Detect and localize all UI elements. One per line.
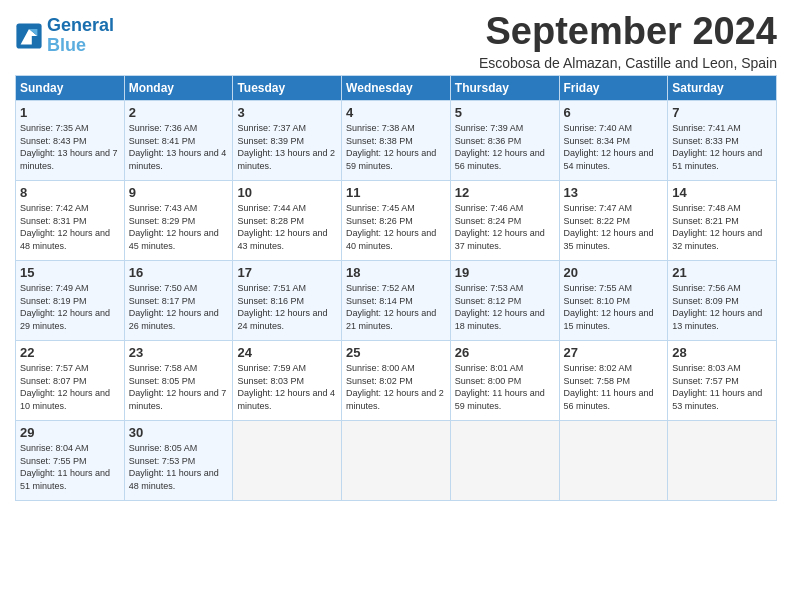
calendar-cell-day-15: 15Sunrise: 7:49 AMSunset: 8:19 PMDayligh… [16, 261, 125, 341]
day-number: 22 [20, 345, 120, 360]
day-number: 15 [20, 265, 120, 280]
cell-info: Sunrise: 7:41 AMSunset: 8:33 PMDaylight:… [672, 123, 762, 171]
day-number: 9 [129, 185, 229, 200]
cell-info: Sunrise: 7:48 AMSunset: 8:21 PMDaylight:… [672, 203, 762, 251]
day-number: 20 [564, 265, 664, 280]
col-header-monday: Monday [124, 76, 233, 101]
empty-cell [450, 421, 559, 501]
day-number: 28 [672, 345, 772, 360]
cell-info: Sunrise: 7:49 AMSunset: 8:19 PMDaylight:… [20, 283, 110, 331]
calendar-cell-day-5: 5Sunrise: 7:39 AMSunset: 8:36 PMDaylight… [450, 101, 559, 181]
calendar-cell-day-16: 16Sunrise: 7:50 AMSunset: 8:17 PMDayligh… [124, 261, 233, 341]
day-number: 24 [237, 345, 337, 360]
calendar-cell-day-20: 20Sunrise: 7:55 AMSunset: 8:10 PMDayligh… [559, 261, 668, 341]
day-number: 29 [20, 425, 120, 440]
calendar-cell-day-4: 4Sunrise: 7:38 AMSunset: 8:38 PMDaylight… [342, 101, 451, 181]
day-number: 8 [20, 185, 120, 200]
day-number: 25 [346, 345, 446, 360]
calendar-cell-day-19: 19Sunrise: 7:53 AMSunset: 8:12 PMDayligh… [450, 261, 559, 341]
calendar-cell-day-3: 3Sunrise: 7:37 AMSunset: 8:39 PMDaylight… [233, 101, 342, 181]
calendar-cell-day-11: 11Sunrise: 7:45 AMSunset: 8:26 PMDayligh… [342, 181, 451, 261]
cell-info: Sunrise: 7:51 AMSunset: 8:16 PMDaylight:… [237, 283, 327, 331]
cell-info: Sunrise: 8:01 AMSunset: 8:00 PMDaylight:… [455, 363, 545, 411]
cell-info: Sunrise: 7:58 AMSunset: 8:05 PMDaylight:… [129, 363, 227, 411]
cell-info: Sunrise: 7:37 AMSunset: 8:39 PMDaylight:… [237, 123, 335, 171]
calendar-cell-day-8: 8Sunrise: 7:42 AMSunset: 8:31 PMDaylight… [16, 181, 125, 261]
cell-info: Sunrise: 8:03 AMSunset: 7:57 PMDaylight:… [672, 363, 762, 411]
cell-info: Sunrise: 7:36 AMSunset: 8:41 PMDaylight:… [129, 123, 227, 171]
day-number: 11 [346, 185, 446, 200]
calendar-cell-day-26: 26Sunrise: 8:01 AMSunset: 8:00 PMDayligh… [450, 341, 559, 421]
day-number: 3 [237, 105, 337, 120]
day-number: 5 [455, 105, 555, 120]
cell-info: Sunrise: 7:47 AMSunset: 8:22 PMDaylight:… [564, 203, 654, 251]
day-number: 17 [237, 265, 337, 280]
cell-info: Sunrise: 7:55 AMSunset: 8:10 PMDaylight:… [564, 283, 654, 331]
calendar-cell-day-24: 24Sunrise: 7:59 AMSunset: 8:03 PMDayligh… [233, 341, 342, 421]
calendar-cell-day-13: 13Sunrise: 7:47 AMSunset: 8:22 PMDayligh… [559, 181, 668, 261]
day-number: 13 [564, 185, 664, 200]
calendar-cell-day-10: 10Sunrise: 7:44 AMSunset: 8:28 PMDayligh… [233, 181, 342, 261]
calendar-cell-day-22: 22Sunrise: 7:57 AMSunset: 8:07 PMDayligh… [16, 341, 125, 421]
day-number: 18 [346, 265, 446, 280]
cell-info: Sunrise: 7:42 AMSunset: 8:31 PMDaylight:… [20, 203, 110, 251]
day-number: 10 [237, 185, 337, 200]
cell-info: Sunrise: 8:00 AMSunset: 8:02 PMDaylight:… [346, 363, 444, 411]
col-header-saturday: Saturday [668, 76, 777, 101]
empty-cell [342, 421, 451, 501]
cell-info: Sunrise: 8:04 AMSunset: 7:55 PMDaylight:… [20, 443, 110, 491]
cell-info: Sunrise: 7:38 AMSunset: 8:38 PMDaylight:… [346, 123, 436, 171]
calendar-cell-day-9: 9Sunrise: 7:43 AMSunset: 8:29 PMDaylight… [124, 181, 233, 261]
cell-info: Sunrise: 7:43 AMSunset: 8:29 PMDaylight:… [129, 203, 219, 251]
cell-info: Sunrise: 8:05 AMSunset: 7:53 PMDaylight:… [129, 443, 219, 491]
day-number: 12 [455, 185, 555, 200]
col-header-thursday: Thursday [450, 76, 559, 101]
day-number: 1 [20, 105, 120, 120]
cell-info: Sunrise: 7:44 AMSunset: 8:28 PMDaylight:… [237, 203, 327, 251]
day-number: 4 [346, 105, 446, 120]
location: Escobosa de Almazan, Castille and Leon, … [479, 55, 777, 71]
calendar-cell-day-14: 14Sunrise: 7:48 AMSunset: 8:21 PMDayligh… [668, 181, 777, 261]
month-title: September 2024 [479, 10, 777, 53]
day-number: 2 [129, 105, 229, 120]
day-number: 26 [455, 345, 555, 360]
day-number: 30 [129, 425, 229, 440]
cell-info: Sunrise: 7:52 AMSunset: 8:14 PMDaylight:… [346, 283, 436, 331]
col-header-tuesday: Tuesday [233, 76, 342, 101]
calendar-cell-day-27: 27Sunrise: 8:02 AMSunset: 7:58 PMDayligh… [559, 341, 668, 421]
day-number: 23 [129, 345, 229, 360]
col-header-wednesday: Wednesday [342, 76, 451, 101]
empty-cell [233, 421, 342, 501]
calendar-cell-day-28: 28Sunrise: 8:03 AMSunset: 7:57 PMDayligh… [668, 341, 777, 421]
cell-info: Sunrise: 7:53 AMSunset: 8:12 PMDaylight:… [455, 283, 545, 331]
col-header-sunday: Sunday [16, 76, 125, 101]
day-number: 21 [672, 265, 772, 280]
empty-cell [559, 421, 668, 501]
cell-info: Sunrise: 7:39 AMSunset: 8:36 PMDaylight:… [455, 123, 545, 171]
cell-info: Sunrise: 7:40 AMSunset: 8:34 PMDaylight:… [564, 123, 654, 171]
calendar-cell-day-25: 25Sunrise: 8:00 AMSunset: 8:02 PMDayligh… [342, 341, 451, 421]
calendar-cell-day-1: 1Sunrise: 7:35 AMSunset: 8:43 PMDaylight… [16, 101, 125, 181]
cell-info: Sunrise: 7:59 AMSunset: 8:03 PMDaylight:… [237, 363, 335, 411]
day-number: 14 [672, 185, 772, 200]
day-number: 6 [564, 105, 664, 120]
day-number: 27 [564, 345, 664, 360]
cell-info: Sunrise: 7:57 AMSunset: 8:07 PMDaylight:… [20, 363, 110, 411]
logo: General Blue [15, 16, 114, 56]
day-number: 19 [455, 265, 555, 280]
calendar-table: SundayMondayTuesdayWednesdayThursdayFrid… [15, 75, 777, 501]
calendar-cell-day-18: 18Sunrise: 7:52 AMSunset: 8:14 PMDayligh… [342, 261, 451, 341]
calendar-cell-day-7: 7Sunrise: 7:41 AMSunset: 8:33 PMDaylight… [668, 101, 777, 181]
calendar-cell-day-2: 2Sunrise: 7:36 AMSunset: 8:41 PMDaylight… [124, 101, 233, 181]
cell-info: Sunrise: 7:45 AMSunset: 8:26 PMDaylight:… [346, 203, 436, 251]
day-number: 7 [672, 105, 772, 120]
calendar-cell-day-30: 30Sunrise: 8:05 AMSunset: 7:53 PMDayligh… [124, 421, 233, 501]
cell-info: Sunrise: 7:35 AMSunset: 8:43 PMDaylight:… [20, 123, 118, 171]
cell-info: Sunrise: 7:46 AMSunset: 8:24 PMDaylight:… [455, 203, 545, 251]
calendar-cell-day-6: 6Sunrise: 7:40 AMSunset: 8:34 PMDaylight… [559, 101, 668, 181]
calendar-cell-day-21: 21Sunrise: 7:56 AMSunset: 8:09 PMDayligh… [668, 261, 777, 341]
cell-info: Sunrise: 7:50 AMSunset: 8:17 PMDaylight:… [129, 283, 219, 331]
empty-cell [668, 421, 777, 501]
col-header-friday: Friday [559, 76, 668, 101]
cell-info: Sunrise: 8:02 AMSunset: 7:58 PMDaylight:… [564, 363, 654, 411]
